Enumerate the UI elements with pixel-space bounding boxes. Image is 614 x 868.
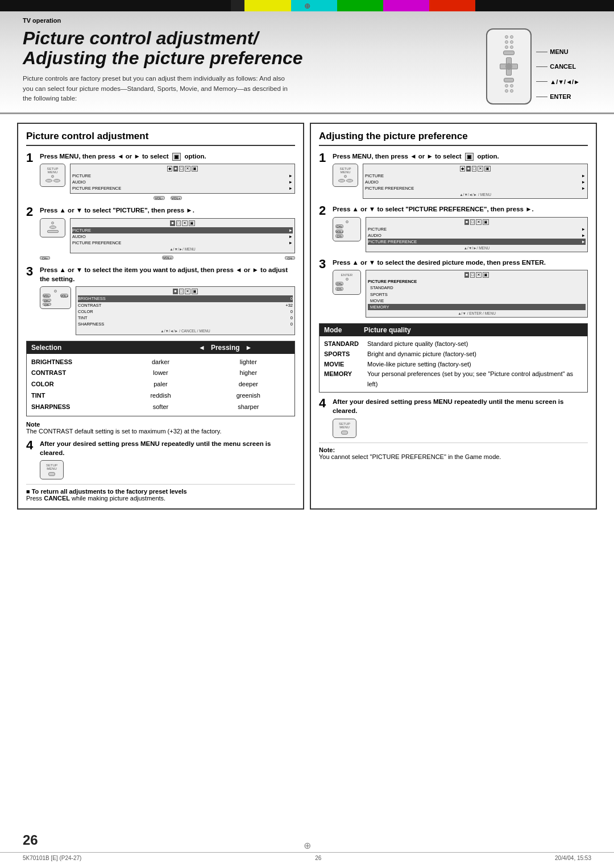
left-note: Note The CONTRAST default setting is set…	[26, 421, 295, 435]
right-step-1-text: Press MENU, then press ◄ or ► to select …	[333, 152, 588, 161]
step-2-screen: ■ □ ✕ ▣ PICTURE► AUDIO► PICTURE PREFER	[70, 218, 295, 254]
top-crosshair: ⊕	[304, 2, 310, 10]
footer-left: 5K70101B [E] (P24-27)	[23, 855, 81, 861]
right-step-1: 1 Press MENU, then press ◄ or ► to selec…	[319, 152, 588, 199]
right-step-4-text: After your desired setting press MENU re…	[333, 397, 588, 415]
top-bar-yellow	[244, 0, 291, 11]
right-step-3: 3 Press ▲ or ▼ to select the desired pic…	[319, 258, 588, 318]
step-number-1: 1	[26, 152, 36, 201]
step-2-remote	[40, 218, 65, 237]
right-step-4: 4 After your desired setting press MENU …	[319, 397, 588, 437]
step-1-screen: ◆ ■ □ ✕ ▣ PICTURE► AUDIO►	[70, 164, 295, 194]
page-number: 26	[23, 832, 38, 848]
step-1-text: Press MENU, then press ◄ or ► to select …	[40, 152, 295, 161]
top-bar-green	[337, 0, 383, 11]
step-number-3: 3	[26, 265, 36, 335]
selection-table: Selection ◄ Pressing ► BRIGHTNESS CONTRA…	[26, 341, 295, 416]
title-area: Picture control adjustment/ Adjusting th…	[23, 28, 466, 103]
right-step-2-remote: CH+ VOL+ CH-	[333, 217, 361, 241]
cancel-note: ■ To return all adjustments to the facto…	[26, 484, 295, 502]
right-panel: Adjusting the picture preference 1 Press…	[310, 123, 597, 510]
step-1-remote: SETUP MENU	[40, 164, 65, 187]
top-bar-magenta	[383, 0, 429, 11]
top-bar-gap	[231, 0, 244, 11]
right-step-3-remote: ENTER CH+ CH-	[333, 270, 361, 295]
tv-operation-label: TV operation	[23, 17, 591, 24]
top-bar-black2	[475, 0, 614, 11]
left-step-2: 2 Press ▲ or ▼ to select "PICTURE", then…	[26, 206, 295, 260]
remote-labels: MENU CANCEL ▲/▼/◄/► ENTER	[536, 28, 580, 105]
step-2-text: Press ▲ or ▼ to select "PICTURE", then p…	[40, 206, 295, 215]
footer-right: 20/4/04, 15:53	[555, 855, 591, 861]
selection-col-header: Selection	[31, 344, 161, 352]
step-3-screen: ■ □ ✕ ▣ BRIGHTNESS0 CONTRAST+32 COLOR0	[76, 286, 295, 335]
right-step-2: 2 Press ▲ or ▼ to select "PICTURE PREFER…	[319, 205, 588, 252]
left-step-4: 4 After your desired setting press MENU …	[26, 439, 295, 479]
step-number-2: 2	[26, 206, 36, 260]
top-bar-cyan	[291, 0, 337, 11]
right-step-3-text: Press ▲ or ▼ to select the desired pictu…	[333, 258, 588, 267]
footer-center: 26	[315, 855, 321, 861]
page-title: Picture control adjustment/ Adjusting th…	[23, 28, 466, 68]
remote-body	[486, 28, 532, 105]
left-panel: Picture control adjustment 1 Press MENU,…	[17, 123, 304, 510]
pressing-header: ◄ Pressing ►	[161, 344, 291, 352]
left-panel-title: Picture control adjustment	[26, 131, 295, 146]
right-step-2-text: Press ▲ or ▼ to select "PICTURE PREFEREN…	[333, 205, 588, 214]
step-3-text: Press ▲ or ▼ to select the item you want…	[40, 265, 295, 283]
bottom-crosshair: ⊕	[304, 840, 311, 851]
right-step-1-remote: SETUP MENU	[333, 164, 358, 187]
top-bar-red	[429, 0, 475, 11]
right-step-3-screen: ■ □ ✕ ▣ PICTURE PREFERENCE STANDARD SPOR…	[366, 270, 588, 318]
remote-illustration: MENU CANCEL ▲/▼/◄/► ENTER	[466, 28, 580, 105]
top-bar-black	[0, 0, 231, 11]
right-panel-title: Adjusting the picture preference	[319, 131, 588, 146]
footer: 5K70101B [E] (P24-27) 26 20/4/04, 15:53	[0, 852, 614, 863]
left-step-1: 1 Press MENU, then press ◄ or ► to selec…	[26, 152, 295, 201]
left-step-3: 3 Press ▲ or ▼ to select the item you wa…	[26, 265, 295, 335]
step-3-remote: VOL- VOL+ CH+ CH-	[40, 286, 71, 309]
step-4-text: After your desired setting press MENU re…	[40, 439, 295, 457]
right-note: Note: You cannot select "PICTURE PREFERE…	[319, 443, 588, 460]
right-step-1-screen: ◆ ■ □ ✕ ▣ PICTURE► AUDIO►	[363, 164, 588, 199]
intro-text: Picture controls are factory preset but …	[23, 74, 296, 103]
mode-table: Mode Picture quality STANDARD SPORTS MOV…	[319, 323, 588, 393]
right-step-2-screen: ■ □ ✕ ▣ PICTURE► AUDIO► PICTURE PREFER	[366, 217, 588, 253]
